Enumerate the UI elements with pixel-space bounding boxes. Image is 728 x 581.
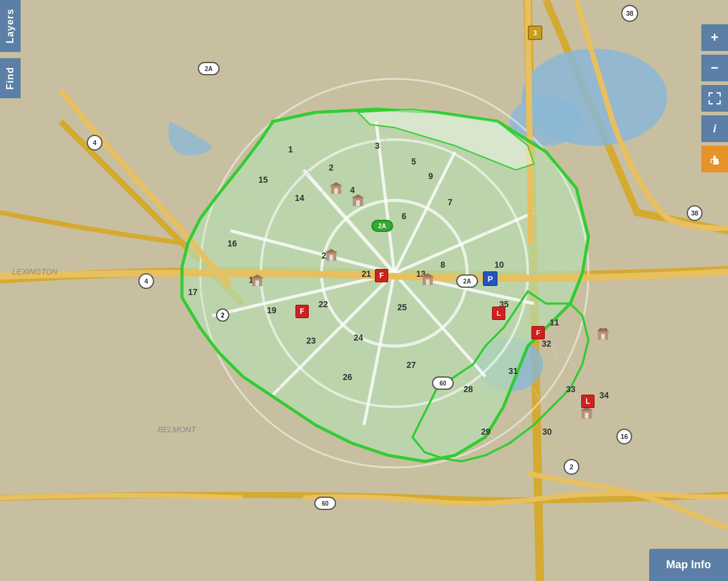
map-container: Layers Find 38 3 2A 4 4 2A 2A 60 60 2 2 … bbox=[0, 0, 728, 581]
road-badge-4-upper: 4 bbox=[87, 135, 103, 151]
svg-rect-54 bbox=[334, 188, 338, 194]
road-badge-38-right: 38 bbox=[687, 205, 703, 221]
building-icon-1 bbox=[329, 181, 343, 194]
road-badge-2a-right: 2A bbox=[456, 274, 478, 288]
zoom-out-button[interactable]: − bbox=[701, 55, 728, 81]
svg-rect-60 bbox=[329, 255, 333, 260]
svg-marker-68 bbox=[597, 328, 609, 331]
road-badge-2-bottom: 2 bbox=[564, 459, 579, 475]
info-button[interactable]: i bbox=[701, 115, 728, 142]
hand-button[interactable] bbox=[701, 146, 728, 172]
svg-marker-53 bbox=[330, 182, 342, 186]
road-badge-60-center: 60 bbox=[432, 376, 454, 390]
parking-10[interactable]: P bbox=[483, 271, 497, 286]
svg-marker-59 bbox=[325, 249, 337, 253]
fire-station-21[interactable]: F bbox=[375, 269, 388, 282]
building-icon-5 bbox=[420, 272, 435, 285]
label-lexington: LEXINGTON bbox=[12, 267, 58, 276]
expand-button[interactable] bbox=[701, 85, 728, 112]
library-33[interactable]: L bbox=[581, 395, 595, 408]
road-badge-2-left: 2 bbox=[216, 308, 229, 322]
svg-marker-62 bbox=[251, 274, 263, 278]
road-badge-2a-center: 2A bbox=[371, 220, 393, 232]
road-badge-38-top: 38 bbox=[621, 5, 638, 22]
road-badge-3: 3 bbox=[528, 25, 542, 40]
svg-rect-57 bbox=[356, 200, 360, 206]
svg-rect-72 bbox=[585, 413, 588, 418]
road-badge-16: 16 bbox=[616, 429, 632, 444]
svg-rect-63 bbox=[255, 280, 259, 286]
label-belmont: BELMONT bbox=[158, 425, 196, 434]
layers-button[interactable]: Layers bbox=[0, 0, 21, 52]
road-badge-2a-top: 2A bbox=[198, 62, 220, 75]
fire-station-19[interactable]: F bbox=[295, 305, 309, 318]
hand-icon bbox=[708, 152, 721, 166]
road-badge-60-bottom: 60 bbox=[314, 497, 336, 510]
svg-rect-66 bbox=[426, 279, 430, 285]
building-icon-6 bbox=[596, 327, 610, 340]
side-panel: Layers Find bbox=[0, 0, 21, 98]
building-icon-4 bbox=[250, 273, 265, 287]
zoom-in-button[interactable]: + bbox=[701, 24, 728, 51]
svg-marker-65 bbox=[422, 273, 434, 277]
svg-marker-56 bbox=[352, 194, 364, 198]
right-controls: + − i bbox=[701, 24, 728, 172]
fire-35[interactable]: F bbox=[531, 326, 545, 339]
building-icon-2 bbox=[351, 193, 365, 206]
library-marker-35[interactable]: L bbox=[492, 307, 505, 320]
building-icon-3 bbox=[324, 248, 339, 261]
road-badge-4-mid: 4 bbox=[138, 273, 154, 289]
find-button[interactable]: Find bbox=[0, 58, 21, 98]
map-info-button[interactable]: Map Info bbox=[649, 549, 728, 581]
svg-rect-69 bbox=[601, 334, 605, 339]
expand-icon bbox=[708, 92, 721, 105]
map-svg bbox=[0, 0, 728, 581]
